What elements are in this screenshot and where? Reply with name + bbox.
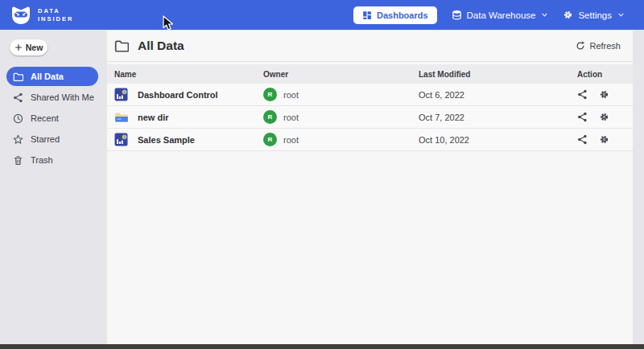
chevron-down-icon [541,11,548,18]
action-cell [576,112,633,122]
sidebar-item-label: Starred [31,134,60,144]
action-cell [576,134,633,145]
refresh-label: Refresh [589,41,621,51]
folder-file-icon [114,110,128,124]
name-cell: Dashboard Control [107,88,263,101]
dashboard-grid-icon [362,10,372,20]
sidebar-item-label: Trash [31,155,53,165]
gear-icon[interactable] [599,134,609,145]
dashboards-label: Dashboards [377,10,428,20]
sidebar-item-label: All Data [31,72,64,81]
table-header-row: Name Owner Last Modified Action [107,64,633,84]
new-button[interactable]: New [10,39,47,55]
gear-icon [563,10,573,20]
share-icon[interactable] [577,89,588,100]
sidebar: New All Data Shared With Me Recent Starr… [0,30,107,344]
sidebar-item-label: Recent [31,113,59,123]
owner-name: root [283,135,299,145]
page-title-label: All Data [138,39,184,53]
sidebar-item-starred[interactable]: Starred [6,129,98,149]
navbar-menu: Dashboards Data Warehouse Settings [353,6,625,24]
column-header-name: Name [107,70,263,79]
owner-cell: R root [263,110,419,124]
refresh-button[interactable]: Refresh [576,41,621,51]
gear-icon[interactable] [599,112,609,122]
chevron-down-icon [617,11,625,18]
window-bottom-edge [0,344,644,349]
item-name: new dir [138,113,169,122]
share-icon[interactable] [577,134,588,145]
owl-logo-icon [10,6,31,25]
data-warehouse-menu[interactable]: Data Warehouse [452,10,549,20]
sidebar-item-all-data[interactable]: All Data [6,67,98,86]
name-cell: Sales Sample [107,133,263,146]
app-window: DATA INSIDER Dashboards Data Warehouse S… [0,0,644,349]
data-warehouse-label: Data Warehouse [467,10,536,20]
column-header-last-modified: Last Modified [419,70,576,79]
item-name: Dashboard Control [138,90,218,100]
brand-line1: DATA [38,7,73,15]
trash-icon [13,155,23,166]
content-header: All Data Refresh [107,31,633,62]
plus-icon [14,43,23,51]
owner-cell: R root [263,133,419,146]
gear-icon[interactable] [599,89,609,100]
action-cell [576,89,633,100]
page-title: All Data [114,39,184,53]
dashboard-file-icon [114,88,128,101]
sidebar-item-recent[interactable]: Recent [6,109,98,128]
last-modified-cell: Oct 6, 2022 [419,90,576,100]
item-name: Sales Sample [138,135,195,145]
sidebar-item-shared-with-me[interactable]: Shared With Me [6,88,98,107]
new-button-label: New [26,43,43,52]
table-row[interactable]: Dashboard Control R root Oct 6, 2022 [107,84,633,106]
owner-avatar: R [263,110,277,124]
share-icon [13,92,23,103]
table-row[interactable]: Sales Sample R root Oct 10, 2022 [107,129,633,151]
owner-name: root [283,90,299,100]
dashboard-file-icon [114,133,128,146]
last-modified-cell: Oct 10, 2022 [419,135,576,145]
settings-label: Settings [578,10,612,20]
share-icon[interactable] [577,112,588,122]
sidebar-item-label: Shared With Me [31,92,94,102]
clock-icon [13,113,23,124]
name-cell: new dir [107,110,263,124]
column-header-action: Action [576,70,633,79]
owner-cell: R root [263,88,419,101]
refresh-icon [576,41,585,51]
database-icon [452,10,462,20]
brand-logo[interactable]: DATA INSIDER [10,6,73,25]
table-row[interactable]: new dir R root Oct 7, 2022 [107,106,633,129]
brand-name: DATA INSIDER [38,7,73,23]
star-icon [13,134,23,145]
main-content: All Data Refresh Name Owner Last Modifie… [107,31,633,344]
brand-line2: INSIDER [38,15,73,23]
settings-menu[interactable]: Settings [563,10,625,20]
folder-icon [114,39,129,53]
top-navbar: DATA INSIDER Dashboards Data Warehouse S… [0,0,644,30]
folder-icon [13,72,23,82]
last-modified-cell: Oct 7, 2022 [419,113,576,122]
dashboards-button[interactable]: Dashboards [353,6,437,24]
owner-avatar: R [263,88,277,101]
column-header-owner: Owner [263,70,419,79]
owner-name: root [283,113,299,122]
sidebar-item-trash[interactable]: Trash [6,150,98,170]
owner-avatar: R [263,133,277,146]
